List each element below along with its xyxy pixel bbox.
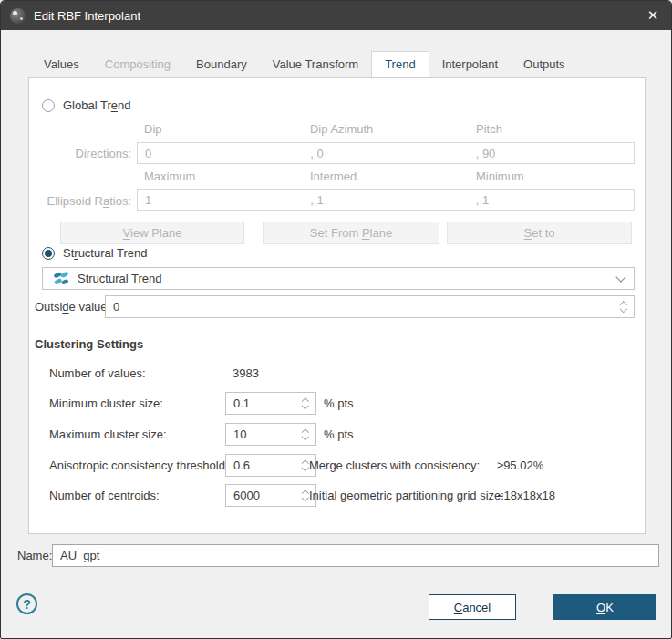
close-icon[interactable]: ✕ (635, 1, 671, 30)
anisotropic-threshold-input[interactable]: 0.6 (226, 459, 295, 472)
tab-bar: Values Compositing Boundary Value Transf… (31, 53, 578, 77)
chevron-down-icon (615, 272, 625, 282)
structural-trend-icon (52, 271, 70, 286)
view-plane-button: View Plane (60, 222, 244, 244)
number-of-centroids-label: Number of centroids: (49, 489, 160, 502)
max-cluster-size-input[interactable]: 10 (226, 428, 295, 441)
directions-input: 0 , 0 , 90 (137, 142, 635, 164)
titlebar: Edit RBF Interpolant ✕ (1, 1, 671, 30)
global-trend-radio[interactable]: Global Trend (42, 98, 130, 112)
set-to-button: Set to (447, 222, 632, 244)
tab-trend[interactable]: Trend (371, 51, 429, 77)
max-cluster-size-suffix: % pts (324, 428, 354, 441)
min-cluster-size-input[interactable]: 0.1 (226, 397, 295, 410)
header-minimum: Minimum (469, 170, 635, 183)
min-cluster-size-label: Minimum cluster size: (49, 397, 163, 410)
ratio-intermed-value: , 1 (303, 193, 468, 207)
set-from-plane-button: Set From Plane (263, 222, 439, 244)
ratio-minimum-value: , 1 (469, 193, 634, 207)
clustering-settings-heading: Clustering Settings (35, 337, 143, 351)
outside-value-spinbox[interactable]: 0 (105, 295, 635, 318)
tab-boundary[interactable]: Boundary (183, 52, 260, 77)
tab-values[interactable]: Values (31, 52, 92, 77)
header-maximum: Maximum (137, 170, 303, 183)
cancel-button[interactable]: Cancel (429, 594, 516, 620)
app-icon (10, 8, 26, 24)
anisotropic-threshold-label: Anisotropic consistency threshold: (49, 459, 229, 472)
ok-button[interactable]: OK (553, 594, 656, 620)
directions-pitch-value: , 90 (469, 147, 634, 160)
number-of-centroids-spinbox[interactable]: 6000 (225, 484, 316, 507)
outside-value-label: Outside value: (35, 300, 110, 314)
dialog-edit-rbf-interpolant: Edit RBF Interpolant ✕ Values Compositin… (0, 0, 672, 639)
min-cluster-size-spinbox[interactable]: 0.1 (225, 392, 316, 415)
trend-panel: Global Trend Dip Dip Azimuth Pitch Direc… (28, 77, 646, 534)
radio-selected-icon[interactable] (42, 247, 55, 260)
directions-azimuth-value: , 0 (303, 147, 468, 160)
header-pitch: Pitch (469, 122, 635, 136)
directions-label: Directions: (29, 147, 131, 160)
ellipsoid-ratios-label: Ellipsoid Ratios: (29, 194, 131, 208)
header-intermed: Intermed. (303, 170, 469, 183)
partitioning-grid-label: Initial geometric partitioning grid size… (309, 489, 504, 502)
merge-consistency-label: Merge clusters with consistency: (309, 459, 480, 472)
name-input[interactable] (52, 544, 659, 567)
structural-trend-label: Structural Trend (63, 246, 148, 260)
tab-interpolant[interactable]: Interpolant (429, 52, 511, 77)
max-cluster-size-spinbox[interactable]: 10 (225, 423, 316, 446)
number-of-values-label: Number of values: (49, 366, 146, 380)
global-trend-label: Global Trend (63, 98, 130, 112)
number-of-values-value: 3983 (233, 366, 259, 380)
ratio-headers: Maximum Intermed. Minimum (137, 170, 635, 183)
tab-outputs[interactable]: Outputs (511, 52, 578, 77)
ratio-maximum-value: 1 (138, 193, 303, 207)
max-cluster-size-label: Maximum cluster size: (49, 428, 167, 441)
radio-circle-icon[interactable] (42, 99, 55, 112)
structural-trend-radio[interactable]: Structural Trend (42, 246, 148, 260)
directions-dip-value: 0 (138, 147, 303, 160)
name-label: Name: (17, 549, 52, 562)
partitioning-grid-value: ~18x18x18 (497, 489, 555, 502)
structural-trend-select-value: Structural Trend (78, 272, 162, 285)
direction-headers: Dip Dip Azimuth Pitch (137, 122, 635, 136)
help-icon[interactable]: ? (16, 593, 37, 614)
number-of-centroids-input[interactable]: 6000 (226, 489, 295, 502)
window-title: Edit RBF Interpolant (34, 9, 140, 23)
outside-value-input[interactable]: 0 (106, 300, 614, 314)
header-dip-azimuth: Dip Azimuth (303, 122, 469, 136)
tab-value-transform[interactable]: Value Transform (260, 52, 371, 77)
structural-trend-select[interactable]: Structural Trend (42, 267, 635, 290)
header-dip: Dip (137, 122, 303, 136)
min-cluster-size-suffix: % pts (324, 397, 354, 410)
anisotropic-threshold-spinbox[interactable]: 0.6 (225, 454, 316, 477)
merge-consistency-value: ≥95.02% (497, 459, 543, 472)
ellipsoid-ratios-input: 1 , 1 , 1 (137, 189, 635, 211)
tab-compositing: Compositing (92, 52, 183, 77)
